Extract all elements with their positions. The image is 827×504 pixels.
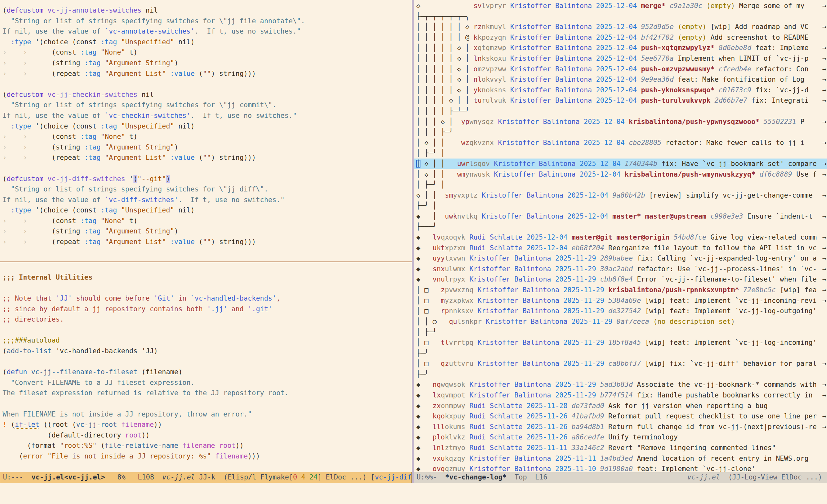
- code-line[interactable]: [3, 163, 412, 174]
- log-row[interactable]: ◆ vnulrpyx Kristoffer Balintona 2025-11-…: [416, 274, 827, 285]
- code-line[interactable]: [3, 356, 412, 367]
- code-line[interactable]: (defun vc-jj--filename-to-fileset (filen…: [3, 367, 412, 378]
- code-line[interactable]: [3, 79, 412, 90]
- log-row[interactable]: │ │ ○ qulsnkpr Kristoffer Balintona 2025…: [416, 317, 827, 327]
- window-vc-change-log[interactable]: ◇ svlvpryr Kristoffer Balintona 2025-12-…: [414, 0, 827, 483]
- log-row[interactable]: ◇ │ │ smyvxptz Kristoffer Balintona 2025…: [416, 190, 827, 201]
- code-line[interactable]: (format "root:%S" (file-relative-name fi…: [3, 440, 412, 451]
- code-line[interactable]: › › (repeat :tag "Argument List" :value …: [3, 152, 412, 163]
- log-row[interactable]: │ │ │ │ ◇ │ │ turulvuk Kristoffer Balint…: [416, 95, 827, 106]
- log-row[interactable]: ◆ lvqxoqvk Rudi Schlatte 2025-12-04 mast…: [416, 232, 827, 243]
- log-graph-row[interactable]: ├─┬─┬─┬─┬─┬─╮: [416, 11, 827, 22]
- code-line[interactable]: › › (const :tag "None" t): [3, 216, 412, 226]
- log-row[interactable]: │ □ zpvwxznq Kristoffer Balintona 2025-1…: [416, 285, 827, 295]
- log-row[interactable]: │ │ │ │ │ ◇ │ nlokvvyl Kristoffer Balint…: [416, 74, 827, 85]
- code-line[interactable]: › › (repeat :tag "Argument List" :value …: [3, 237, 412, 247]
- code-line[interactable]: :type '(choice (const :tag "Unspecified"…: [3, 37, 412, 48]
- log-row[interactable]: ◆ ovqqzmuy Kristoffer Balintona 2025-11-…: [416, 464, 827, 472]
- jj-log-buffer[interactable]: ◇ svlvpryr Kristoffer Balintona 2025-12-…: [414, 0, 827, 472]
- log-row[interactable]: ◆ uktxpzxm Rudi Schlatte 2025-12-04 eb68…: [416, 243, 827, 254]
- log-row[interactable]: ◆ lllokums Rudi Schlatte 2025-11-26 ba94…: [416, 422, 827, 432]
- change-id: pvwxznq: [445, 286, 478, 294]
- code-line[interactable]: When FILENAME is not inside a JJ reposit…: [3, 409, 412, 420]
- log-row[interactable]: │ │ │ │ │ │ @ kkpozyqn Kristoffer Balint…: [416, 32, 827, 43]
- log-row[interactable]: ◆ uyytxvwn Kristoffer Balintona 2025-11-…: [416, 253, 827, 264]
- log-row[interactable]: │ □ tlvrrtpq Kristoffer Balintona 2025-1…: [416, 337, 827, 348]
- log-row[interactable]: │ □ rpnnksxv Kristoffer Balintona 2025-1…: [416, 306, 827, 317]
- log-row[interactable]: │ ◇ │ │ uwrlsqov Kristoffer Balintona 20…: [414, 159, 827, 169]
- log-row[interactable]: ◆ lxqvmpot Kristoffer Balintona 2025-11-…: [416, 390, 827, 401]
- log-row[interactable]: │ □ qzuttvru Kristoffer Balintona 2025-1…: [416, 358, 827, 369]
- code-line[interactable]: ! (if-let ((root (vc-jj-root filename)): [3, 419, 412, 430]
- code-line[interactable]: [3, 462, 412, 472]
- truncation-arrow-icon: →: [822, 253, 826, 264]
- log-row[interactable]: ◆ ploklvkz Rudi Schlatte 2025-11-26 a86c…: [416, 432, 827, 443]
- log-graph-row[interactable]: │ ├─╯ │: [416, 179, 827, 190]
- code-line[interactable]: › › (const :tag "None" t): [3, 131, 412, 142]
- log-row[interactable]: │ │ │ │ │ ◇ │ xqtqmzwp Kristoffer Balint…: [416, 43, 827, 53]
- log-row[interactable]: ◆ kqokxpuy Rudi Schlatte 2025-11-26 41ba…: [416, 411, 827, 422]
- code-line[interactable]: › › (const :tag "None" t): [3, 47, 412, 58]
- log-graph-row[interactable]: │ │ │ ├─╯: [416, 127, 827, 137]
- code-line[interactable]: "String or list of strings specifying sw…: [3, 100, 412, 110]
- code-line[interactable]: (default-directory root)): [3, 430, 412, 441]
- modeline-inactive[interactable]: U:%%- *vc-change-log* Top L16 vc-jj.el (…: [414, 472, 827, 483]
- code-line[interactable]: If nil, use the value of `vc-diff-switch…: [3, 195, 412, 205]
- code-line[interactable]: (defcustom vc-jj-annotate-switches nil: [3, 5, 412, 16]
- log-graph-row[interactable]: ├─╯ │: [416, 201, 827, 211]
- code-line[interactable]: :type '(choice (const :tag "Unspecified"…: [3, 121, 412, 132]
- log-graph-row[interactable]: ├─╯: [416, 369, 827, 380]
- code-line[interactable]: ;; Note that 'JJ' should come before 'Gi…: [3, 293, 412, 304]
- code-line[interactable]: If nil, use the value of `vc-checkin-swi…: [3, 110, 412, 121]
- code-line[interactable]: [3, 398, 412, 409]
- log-row[interactable]: │ ◇ │ │ wmynwusk Kristoffer Balintona 20…: [416, 169, 827, 180]
- code-line[interactable]: "String or list of strings specifying sw…: [3, 184, 412, 195]
- log-row[interactable]: ◆ │ uwknvtkq Kristoffer Balintona 2025-1…: [416, 211, 827, 222]
- code-line[interactable]: (add-to-list 'vc-handled-backends 'JJ): [3, 346, 412, 356]
- code-line[interactable]: [3, 282, 412, 293]
- log-graph-row[interactable]: ├───╯: [416, 222, 827, 232]
- modeline-active[interactable]: U:--- vc-jj.el<vc-jj.el> 8% L108 vc-jj.e…: [0, 472, 412, 483]
- code-line[interactable]: :type '(choice (const :tag "Unspecified"…: [3, 205, 412, 216]
- code-line[interactable]: [3, 247, 412, 258]
- code-line[interactable]: If nil, use the value of `vc-annotate-sw…: [3, 26, 412, 37]
- code-line[interactable]: › › (string :tag "Argument String"): [3, 226, 412, 237]
- token: [166, 70, 170, 77]
- code-line[interactable]: (defcustom vc-jj-diff-switches '("--git"…: [3, 174, 412, 184]
- log-graph-row[interactable]: │ ├─╯: [416, 327, 827, 337]
- code-line[interactable]: › › (string :tag "Argument String"): [3, 142, 412, 153]
- log-row[interactable]: │ ◇ │ │ wzqkvznx Kristoffer Balintona 20…: [416, 137, 827, 148]
- log-graph-row[interactable]: │ │ │ │ ├─┴─╯: [416, 106, 827, 117]
- log-row[interactable]: │ │ │ │ │ │ ◇ rznkmuyl Kristoffer Balint…: [416, 22, 827, 32]
- minibuffer[interactable]: [0, 483, 827, 493]
- code-line[interactable]: (defcustom vc-jj-checkin-switches nil: [3, 90, 412, 100]
- log-row[interactable]: ◆ lnlztmyo Rudi Schlatte 2025-11-11 33a1…: [416, 443, 827, 453]
- code-line[interactable]: ;; since by default a jj repository cont…: [3, 304, 412, 315]
- code-line[interactable]: (error "File is not inside a JJ reposito…: [3, 451, 412, 462]
- log-row[interactable]: ◆ nqwqwsok Kristoffer Balintona 2025-11-…: [416, 379, 827, 390]
- log-row[interactable]: │ □ myzxpkwx Kristoffer Balintona 2025-1…: [416, 295, 827, 306]
- code-line[interactable]: "String or list of strings specifying sw…: [3, 16, 412, 26]
- log-row[interactable]: ◆ vxukqzqy Kristoffer Balintona 2025-11-…: [416, 453, 827, 464]
- window-vc-jj-el[interactable]: (defcustom vc-jj-annotate-switches nil "…: [0, 0, 412, 483]
- code-line[interactable]: The fileset expression returned is relat…: [3, 388, 412, 398]
- token: (format: [3, 442, 60, 449]
- code-line[interactable]: ;;;###autoload: [3, 335, 412, 346]
- code-line[interactable]: "Convert FILENAME to a JJ fileset expres…: [3, 378, 412, 388]
- elisp-buffer[interactable]: (defcustom vc-jj-annotate-switches nil "…: [0, 0, 412, 472]
- code-line[interactable]: › › (string :tag "Argument String"): [3, 58, 412, 68]
- log-row[interactable]: │ │ │ │ │ ◇ │ lnkskoxu Kristoffer Balint…: [416, 53, 827, 64]
- page-break-line[interactable]: [3, 262, 412, 272]
- code-line[interactable]: [3, 325, 412, 335]
- code-line[interactable]: ;;; Internal Utilities: [3, 272, 412, 283]
- log-row[interactable]: │ │ │ │ │ ◇ │ yknoksns Kristoffer Balint…: [416, 85, 827, 96]
- log-row[interactable]: │ │ │ │ │ ◇ │ omzvpzww Kristoffer Balint…: [416, 64, 827, 74]
- log-row[interactable]: ◆ snxulwmx Kristoffer Balintona 2025-11-…: [416, 264, 827, 274]
- log-graph-row[interactable]: │ ├─╯ │: [416, 148, 827, 159]
- log-row[interactable]: ◆ zxonmpwy Rudi Schlatte 2025-11-28 de73…: [416, 401, 827, 411]
- log-row[interactable]: │ │ │ ◇ │ ypwnysqz Kristoffer Balintona …: [416, 117, 827, 127]
- code-line[interactable]: ;; directories.: [3, 314, 412, 325]
- log-row[interactable]: ◇ svlvpryr Kristoffer Balintona 2025-12-…: [416, 1, 827, 11]
- log-graph-row[interactable]: ├─╯: [416, 348, 827, 359]
- code-line[interactable]: › › (repeat :tag "Argument List" :value …: [3, 68, 412, 79]
